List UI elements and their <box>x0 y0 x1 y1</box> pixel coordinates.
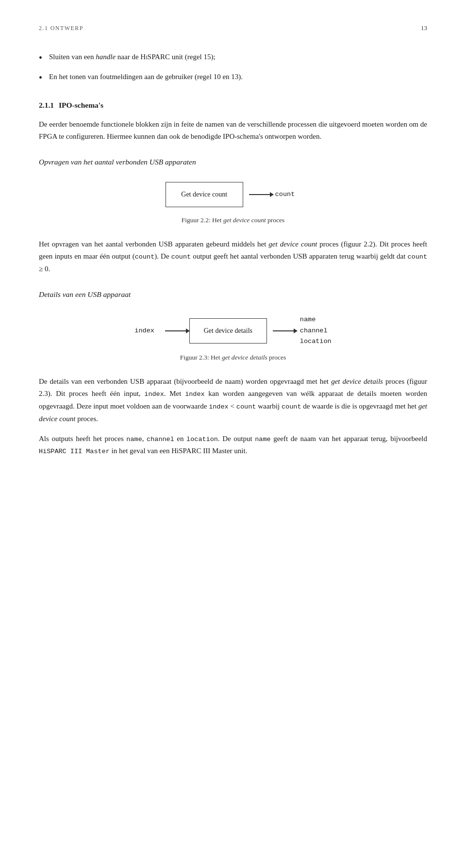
figure-label: Figuur 2.2: <box>182 216 212 224</box>
process-box-get-device-count: Get device count <box>166 182 243 207</box>
output-count-label: count <box>275 189 295 200</box>
subsection2-body1: De details van een verbonden USB apparaa… <box>39 376 427 425</box>
bullet-text-2: En het tonen van foutmeldingen aan de ge… <box>49 71 243 83</box>
subsection2-body2: Als outputs heeft het proces name, chann… <box>39 433 427 458</box>
output-labels: name channel location <box>300 314 332 348</box>
process-box-get-device-details: Get device details <box>189 318 267 344</box>
section-number: 2.1.1 <box>39 101 54 109</box>
subsection1-title: Opvragen van het aantal verbonden USB ap… <box>39 156 427 168</box>
subsection2-title: Details van een USB apparaat <box>39 289 427 301</box>
list-item: • Sluiten van een handle naar de HiSPARC… <box>39 51 427 66</box>
section-label: 2.1 ontwerp <box>39 24 83 33</box>
caption-text-3: Het get device details proces <box>211 354 286 361</box>
diagram-get-device-details: index Get device details name channel lo… <box>39 314 427 348</box>
arrow-out-line <box>273 330 297 331</box>
page-header: 2.1 ontwerp 13 <box>39 23 427 33</box>
section-title: IPO-schema's <box>59 101 103 109</box>
output-channel: channel <box>300 326 332 337</box>
box-label: Get device count <box>181 191 227 198</box>
caption-text: Het get device count proces <box>212 216 284 224</box>
arrow-in-line <box>165 330 189 331</box>
bullet-list: • Sluiten van een handle naar de HiSPARC… <box>39 51 427 86</box>
section-heading: 2.1.1IPO-schema's <box>39 99 427 112</box>
arrow-to-box <box>165 330 189 331</box>
page: 2.1 ontwerp 13 • Sluiten van een handle … <box>0 0 466 868</box>
output-name: name <box>300 314 332 326</box>
figure-label-3: Figuur 2.3: <box>180 354 211 361</box>
diagram-details-row: index Get device details name channel lo… <box>134 314 331 348</box>
box-label-details: Get device details <box>204 327 252 334</box>
bullet-text-1: Sluiten van een handle naar de HiSPARC u… <box>49 51 216 63</box>
bullet-dot: • <box>39 50 42 66</box>
bullet-dot: • <box>39 70 42 86</box>
diagram-row: Get device count count <box>166 182 301 207</box>
diagram-get-device-count: Get device count count <box>39 182 427 210</box>
list-item: • En het tonen van foutmeldingen aan de … <box>39 71 427 86</box>
arrow-line <box>249 194 273 195</box>
arrow-out <box>273 330 297 331</box>
section-intro: De eerder benoemde functionele blokken z… <box>39 118 427 143</box>
page-number: 13 <box>421 23 427 33</box>
arrow-right: count <box>249 189 295 200</box>
figure-2-2-caption: Figuur 2.2: Het get device count proces <box>39 215 427 226</box>
figure-2-3-caption: Figuur 2.3: Het get device details proce… <box>39 352 427 363</box>
subsection1-body: Het opvragen van het aantal verbonden US… <box>39 238 427 275</box>
input-index-label: index <box>134 326 154 336</box>
output-location: location <box>300 336 332 347</box>
